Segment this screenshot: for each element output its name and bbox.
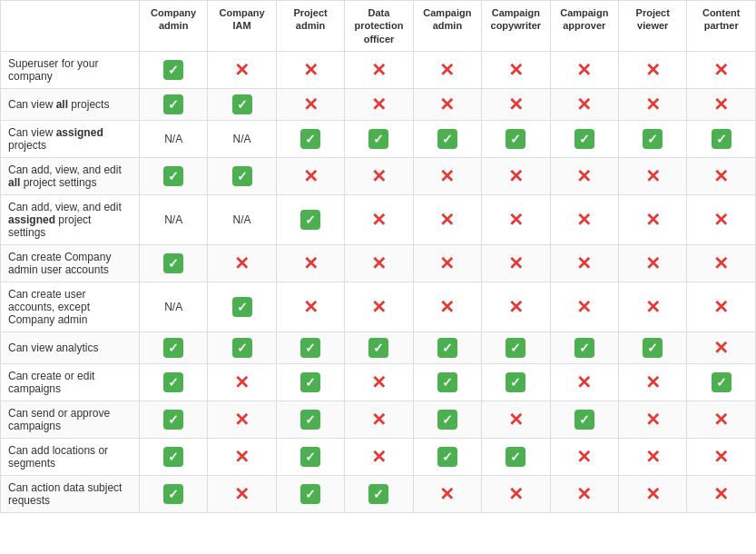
row-label-8: Can create or edit campaigns [1, 363, 140, 401]
cell-3-1: ✓ [208, 157, 276, 194]
cell-6-2: ✕ [276, 282, 344, 331]
cross-icon: ✕ [713, 95, 729, 114]
na-text: N/A [233, 133, 251, 145]
cross-icon: ✕ [645, 61, 661, 79]
cell-6-4: ✕ [413, 282, 481, 331]
cross-icon: ✕ [371, 61, 387, 79]
cell-8-7: ✕ [619, 363, 687, 401]
check-icon: ✓ [574, 410, 594, 430]
cross-icon: ✕ [439, 298, 455, 316]
check-icon: ✓ [163, 447, 183, 467]
cross-icon: ✕ [371, 298, 387, 316]
cross-icon: ✕ [439, 254, 455, 272]
row-label-9: Can send or approve campaigns [1, 401, 140, 438]
cell-7-6: ✓ [550, 331, 618, 363]
row-label-5: Can create Company admin user accounts [1, 244, 140, 282]
cross-icon: ✕ [713, 211, 729, 229]
cell-9-0: ✓ [139, 401, 207, 438]
cell-3-5: ✕ [482, 157, 550, 194]
check-icon: ✓ [368, 484, 388, 504]
cell-1-4: ✕ [413, 88, 481, 120]
row-label-10: Can add locations or segments [1, 438, 140, 475]
check-icon: ✓ [437, 129, 457, 149]
cross-icon: ✕ [439, 485, 455, 503]
cell-10-6: ✕ [550, 438, 618, 475]
check-icon: ✓ [232, 166, 252, 186]
cell-5-6: ✕ [550, 244, 618, 282]
cross-icon: ✕ [576, 211, 592, 229]
cell-11-0: ✓ [139, 475, 207, 512]
cell-0-5: ✕ [482, 51, 550, 88]
cross-icon: ✕ [508, 298, 524, 316]
cell-6-0: N/A [139, 282, 207, 331]
row-label-3: Can add, view, and edit all project sett… [1, 157, 140, 194]
cell-2-7: ✓ [619, 120, 687, 157]
cross-icon: ✕ [645, 167, 661, 185]
row-label-4: Can add, view, and edit assigned project… [1, 194, 140, 244]
cross-icon: ✕ [234, 411, 250, 429]
cell-2-2: ✓ [276, 120, 344, 157]
cross-icon: ✕ [234, 373, 250, 391]
row-label-2: Can view assigned projects [1, 120, 140, 157]
cell-4-4: ✕ [413, 194, 481, 244]
cell-7-1: ✓ [208, 331, 276, 363]
check-icon: ✓ [506, 372, 525, 392]
row-label-1: Can view all projects [1, 88, 140, 120]
cell-0-4: ✕ [413, 51, 481, 88]
table-row: Can send or approve campaigns✓✕✓✕✓✕✓✕✕ [1, 401, 756, 438]
cell-0-6: ✕ [550, 51, 618, 88]
cell-0-8: ✕ [687, 51, 756, 88]
cell-6-7: ✕ [619, 282, 687, 331]
cross-icon: ✕ [371, 211, 387, 229]
check-icon: ✓ [712, 129, 731, 149]
na-text: N/A [164, 133, 182, 145]
cell-5-0: ✓ [139, 244, 207, 282]
row-label-6: Can create user accounts, except Company… [1, 282, 140, 331]
check-icon: ✓ [368, 338, 388, 358]
cross-icon: ✕ [234, 485, 250, 503]
table-row: Can create user accounts, except Company… [1, 282, 756, 331]
cross-icon: ✕ [439, 95, 455, 114]
cell-5-8: ✕ [687, 244, 756, 282]
cell-0-7: ✕ [619, 51, 687, 88]
cross-icon: ✕ [576, 61, 592, 79]
cross-icon: ✕ [371, 254, 387, 272]
cell-3-0: ✓ [139, 157, 207, 194]
cell-8-8: ✓ [687, 363, 756, 401]
cell-3-2: ✕ [276, 157, 344, 194]
cross-icon: ✕ [645, 95, 661, 114]
na-text: N/A [164, 213, 182, 226]
cell-9-7: ✕ [619, 401, 687, 438]
cell-0-3: ✕ [345, 51, 413, 88]
cross-icon: ✕ [508, 254, 524, 272]
col-header-campaign_admin: Campaignadmin [413, 1, 481, 52]
cross-icon: ✕ [303, 95, 319, 114]
cell-11-7: ✕ [619, 475, 687, 512]
check-icon: ✓ [300, 372, 320, 392]
cell-10-1: ✕ [208, 438, 276, 475]
cell-8-6: ✕ [550, 363, 618, 401]
cross-icon: ✕ [713, 167, 729, 185]
cell-4-5: ✕ [482, 194, 550, 244]
cross-icon: ✕ [713, 254, 729, 272]
cross-icon: ✕ [371, 95, 387, 114]
cross-icon: ✕ [371, 411, 387, 429]
cross-icon: ✕ [576, 448, 592, 466]
table-row: Superuser for your company✓✕✕✕✕✕✕✕✕ [1, 51, 756, 88]
cell-5-5: ✕ [482, 244, 550, 282]
table-row: Can view all projects✓✓✕✕✕✕✕✕✕ [1, 88, 756, 120]
cross-icon: ✕ [576, 298, 592, 316]
na-text: N/A [233, 213, 251, 226]
row-label-11: Can action data subject requests [1, 475, 140, 512]
col-header-content_partner: Contentpartner [687, 1, 756, 52]
table-row: Can view assigned projectsN/AN/A✓✓✓✓✓✓✓ [1, 120, 756, 157]
cell-9-6: ✓ [550, 401, 618, 438]
cell-6-8: ✕ [687, 282, 756, 331]
cell-9-4: ✓ [413, 401, 481, 438]
cell-6-3: ✕ [345, 282, 413, 331]
cell-8-4: ✓ [413, 363, 481, 401]
cell-1-7: ✕ [619, 88, 687, 120]
cross-icon: ✕ [508, 485, 524, 503]
cell-4-2: ✓ [276, 194, 344, 244]
cross-icon: ✕ [645, 485, 661, 503]
